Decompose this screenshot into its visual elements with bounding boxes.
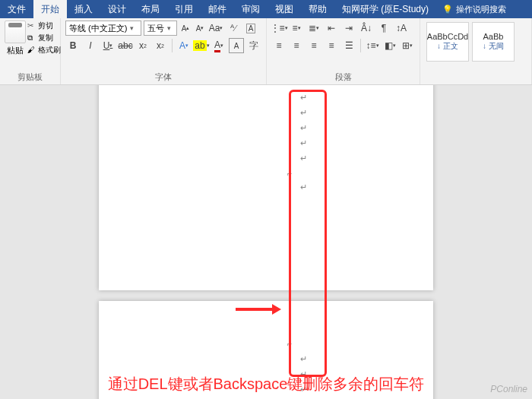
justify-button[interactable]: ≡: [324, 38, 339, 53]
annotation-caption: 通过DEL键或者Backspace键删除多余的回车符: [0, 374, 532, 394]
font-group: 等线 (中文正文)▾ 五号▾ A▴ A▾ Aa▾ ᴬ⁄ A B I U▾ abc…: [61, 18, 267, 84]
increase-indent-button[interactable]: ⇥: [341, 21, 356, 36]
sort-button[interactable]: Â↓: [359, 21, 374, 36]
char-shading-button[interactable]: 字: [246, 38, 261, 53]
text-direction-button[interactable]: ↕A: [394, 21, 409, 36]
copy-icon: ⧉: [27, 33, 36, 43]
align-center-button[interactable]: ≡: [289, 38, 304, 53]
format-painter-label: 格式刷: [38, 45, 61, 55]
paragraph-mark: ↵: [300, 154, 307, 163]
superscript-button[interactable]: x2: [153, 38, 168, 53]
subscript-button[interactable]: x2: [135, 38, 150, 53]
tell-me-search[interactable]: 💡 操作说明搜索: [436, 0, 512, 18]
shading-button[interactable]: ◧▾: [382, 38, 397, 53]
bullets-button[interactable]: ⋮≡▾: [271, 21, 287, 36]
tab-layout[interactable]: 布局: [134, 0, 167, 18]
styles-group: AaBbCcDd ↓ 正文 AaBb ↓ 无间: [420, 18, 532, 84]
tab-file[interactable]: 文件: [0, 0, 33, 18]
font-size-value: 五号: [147, 23, 164, 34]
style-preview: AaBbCcDd: [427, 32, 468, 41]
style-preview: AaBb: [483, 32, 504, 41]
strikethrough-button[interactable]: abc: [118, 38, 133, 53]
style-name: ↓ 无间: [483, 41, 504, 52]
paragraph-group-label: 段落: [271, 70, 415, 83]
line-spacing-button[interactable]: ↕≡▾: [365, 38, 380, 53]
phonetic-button[interactable]: ᴬ⁄: [226, 21, 241, 36]
style-name: ↓ 正文: [437, 41, 458, 52]
tab-insert[interactable]: 插入: [67, 0, 100, 18]
paragraph-mark: ↵: [300, 138, 307, 148]
font-group-label: 字体: [65, 70, 261, 83]
style-nospacing[interactable]: AaBb ↓ 无间: [472, 22, 515, 62]
paragraph-mark: ↵: [300, 93, 307, 103]
align-left-button[interactable]: ≡: [271, 38, 287, 53]
tab-home[interactable]: 开始: [33, 0, 67, 18]
style-normal[interactable]: AaBbCcDd ↓ 正文: [426, 22, 469, 62]
copy-label: 复制: [38, 33, 53, 43]
scissors-icon: ✂: [27, 21, 36, 30]
paragraph-group: ⋮≡▾ ≡▾ ≣▾ ⇤ ⇥ Â↓ ¶ ↕A ≡ ≡ ≡ ≡ ☰ ↕≡▾ ◧▾ ⊞…: [267, 18, 420, 84]
chevron-down-icon: ▾: [130, 24, 134, 32]
cut-label: 剪切: [38, 21, 53, 31]
cut-button[interactable]: ✂剪切: [27, 21, 61, 31]
document-area: ↵ ↵ ↵ ↵ ↵ ↵ ↵ ⌐ ↵ ⌐ ↵ ↵ ↵ ↵ ↵ ↵: [0, 85, 532, 399]
search-hint: 操作说明搜索: [456, 4, 506, 15]
separator: [360, 39, 361, 52]
tab-mailings[interactable]: 邮件: [201, 0, 234, 18]
tab-help[interactable]: 帮助: [301, 0, 334, 18]
clear-format-button[interactable]: A: [243, 21, 258, 36]
paragraph-mark: ↵: [300, 123, 307, 133]
text-effects-button[interactable]: A▾: [176, 38, 192, 53]
clipboard-icon: [5, 21, 26, 43]
document-page-1[interactable]: ↵ ↵ ↵ ↵ ↵ ↵ ↵ ⌐ ↵: [99, 85, 433, 290]
font-family-value: 等线 (中文正文): [69, 23, 127, 34]
tab-estudy[interactable]: 知网研学 (原E-Study): [334, 0, 436, 18]
grow-font-button[interactable]: A▴: [179, 21, 192, 35]
paragraph-mark: ⌐: [287, 339, 292, 348]
change-case-button[interactable]: Aa▾: [208, 21, 223, 36]
ribbon: 粘贴 ✂剪切 ⧉复制 🖌格式刷 剪贴板 等线 (中文正文)▾ 五号▾ A▴ A▾…: [0, 18, 532, 85]
annotation-arrow: [236, 304, 281, 315]
shrink-font-button[interactable]: A▾: [194, 21, 206, 35]
copy-button[interactable]: ⧉复制: [27, 33, 61, 43]
italic-button[interactable]: I: [83, 38, 98, 53]
lightbulb-icon: 💡: [442, 5, 453, 14]
paragraph-mark: ↵: [300, 85, 307, 87]
paragraph-mark: ↵: [300, 354, 307, 364]
clipboard-group-label: 剪贴板: [5, 70, 55, 83]
paste-button[interactable]: 粘贴: [5, 21, 26, 56]
brush-icon: 🖌: [27, 46, 36, 55]
paste-label: 粘贴: [7, 45, 24, 56]
font-size-combo[interactable]: 五号▾: [144, 21, 177, 36]
format-painter-button[interactable]: 🖌格式刷: [27, 45, 61, 55]
separator: [172, 39, 173, 52]
font-color-button[interactable]: A▾: [211, 38, 226, 53]
highlight-button[interactable]: ab▾: [194, 38, 209, 53]
numbering-button[interactable]: ≡▾: [289, 21, 304, 36]
char-border-button[interactable]: A: [229, 38, 244, 53]
underline-button[interactable]: U▾: [100, 38, 116, 53]
tab-review[interactable]: 审阅: [234, 0, 268, 18]
show-marks-button[interactable]: ¶: [376, 21, 391, 36]
bold-button[interactable]: B: [65, 38, 81, 53]
watermark: PConline: [490, 384, 527, 394]
tab-view[interactable]: 视图: [268, 0, 301, 18]
tab-design[interactable]: 设计: [100, 0, 134, 18]
paragraph-mark: ⌐: [287, 169, 292, 178]
paragraph-mark: ↵: [300, 108, 307, 118]
clipboard-group: 粘贴 ✂剪切 ⧉复制 🖌格式刷 剪贴板: [0, 18, 61, 84]
distributed-button[interactable]: ☰: [341, 38, 356, 53]
align-right-button[interactable]: ≡: [306, 38, 321, 53]
font-family-combo[interactable]: 等线 (中文正文)▾: [65, 21, 141, 36]
chevron-down-icon: ▾: [167, 24, 171, 32]
tab-references[interactable]: 引用: [167, 0, 201, 18]
decrease-indent-button[interactable]: ⇤: [324, 21, 339, 36]
borders-button[interactable]: ⊞▾: [400, 38, 415, 53]
multilevel-button[interactable]: ≣▾: [306, 21, 321, 36]
paragraph-mark: ↵: [300, 182, 307, 192]
menu-tabs: 文件 开始 插入 设计 布局 引用 邮件 审阅 视图 帮助 知网研学 (原E-S…: [0, 0, 532, 18]
